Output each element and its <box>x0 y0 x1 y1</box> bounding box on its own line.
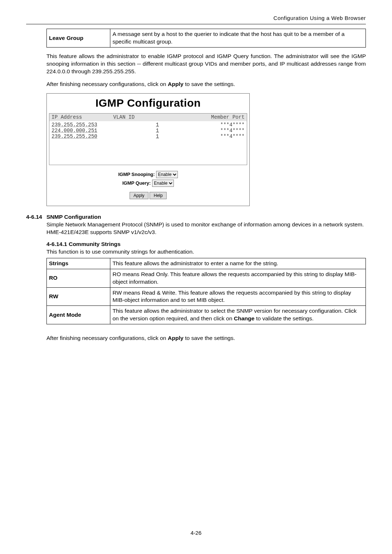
igmp-query-label: IGMP Query: <box>122 180 151 186</box>
ro-label: RO <box>47 269 110 287</box>
igmp-snooping-label: IGMP Snooping: <box>118 172 155 177</box>
list-item[interactable]: 239.255.255.250 1 ***4**** <box>51 134 245 139</box>
intro-para-1: This feature allows the administrator to… <box>46 53 366 75</box>
list-item[interactable]: 224.000.000.251 1 ***4**** <box>51 128 245 134</box>
igmp-query-select[interactable]: Enable <box>152 180 174 187</box>
col-port: Member Port <box>160 114 245 121</box>
running-head: Configuration Using a Web Browser <box>26 15 366 24</box>
leave-group-label: Leave Group <box>47 29 110 48</box>
header-rule <box>26 24 366 24</box>
leave-group-desc: A message sent by a host to the querier … <box>110 29 366 48</box>
section-number: 4-6.14 <box>26 213 46 221</box>
page-number: 4-26 <box>0 529 392 537</box>
rw-desc: RW means Read & Write. This feature allo… <box>110 287 366 306</box>
agent-label: Agent Mode <box>47 306 110 324</box>
apply-button[interactable]: Apply <box>130 192 148 199</box>
section-title: SNMP Configuration <box>46 213 101 221</box>
help-button[interactable]: Help <box>150 192 167 199</box>
rw-label: RW <box>47 287 110 306</box>
list-item[interactable]: 239.255.255.253 1 ***4**** <box>51 122 245 128</box>
igmp-list-header: IP Address VLAN ID Member Port <box>49 114 247 121</box>
community-intro: This function is to use community string… <box>46 248 366 256</box>
table-row: Strings This feature allows the administ… <box>47 258 366 269</box>
table-row: Agent Mode This feature allows the admin… <box>47 306 366 324</box>
strings-label: Strings <box>47 258 110 269</box>
igmp-title: IGMP Configuration <box>49 95 247 114</box>
col-vlan: VLAN ID <box>113 114 160 121</box>
col-ip: IP Address <box>51 114 113 121</box>
leave-group-table: Leave Group A message sent by a host to … <box>46 29 366 48</box>
snmp-para: Simple Network Management Protocol (SNMP… <box>46 221 366 236</box>
closing-para: After finishing necessary configurations… <box>46 335 366 342</box>
agent-desc: This feature allows the administrator to… <box>110 306 366 324</box>
igmp-snooping-select[interactable]: Enable <box>156 171 178 178</box>
subsection-title: 4-6.14.1 Community Strings <box>46 241 366 248</box>
strings-desc: This feature allows the administrator to… <box>110 258 366 269</box>
intro-para-2: After finishing necessary configurations… <box>46 81 366 88</box>
igmp-listbox[interactable]: IP Address VLAN ID Member Port 239.255.2… <box>49 113 247 165</box>
table-row: RW RW means Read & Write. This feature a… <box>47 287 366 306</box>
community-table: Strings This feature allows the administ… <box>46 258 366 324</box>
igmp-config-panel: IGMP Configuration IP Address VLAN ID Me… <box>46 93 250 206</box>
table-row: RO RO means Read Only. This feature allo… <box>47 269 366 287</box>
ro-desc: RO means Read Only. This feature allows … <box>110 269 366 287</box>
